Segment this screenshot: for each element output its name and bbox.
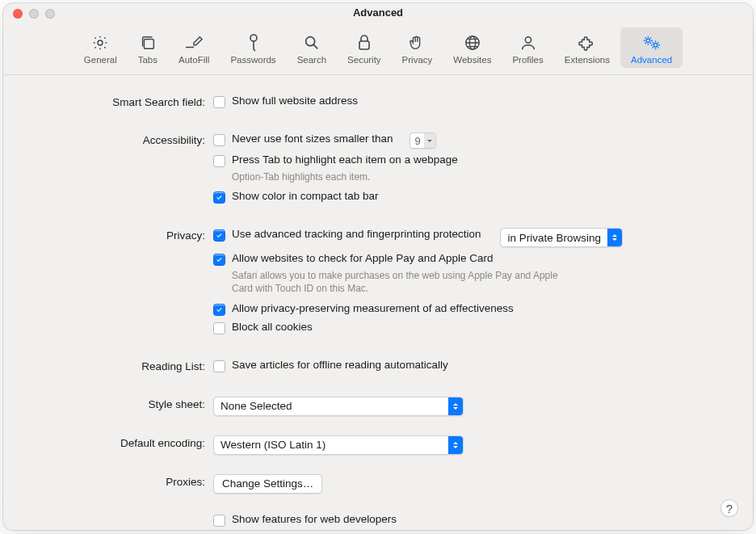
double-gear-icon	[641, 32, 662, 53]
checkbox-ad-measurement[interactable]	[213, 304, 225, 316]
svg-point-7	[525, 37, 531, 43]
checkbox-save-offline[interactable]	[213, 360, 225, 372]
tab-passwords[interactable]: Passwords	[220, 27, 286, 68]
dropdown-value: None Selected	[214, 400, 448, 412]
person-icon	[519, 32, 537, 53]
hint-text: Safari allows you to make purchases on t…	[232, 269, 571, 295]
section-label-encoding: Default encoding:	[3, 435, 213, 455]
button-label: Change Settings…	[222, 477, 313, 490]
tab-advanced[interactable]: Advanced	[620, 27, 682, 68]
section-label-stylesheet: Style sheet:	[3, 397, 213, 416]
tab-label: Websites	[453, 55, 491, 65]
svg-point-8	[646, 39, 650, 43]
tab-autofill[interactable]: AutoFill	[168, 27, 220, 68]
svg-point-3	[306, 37, 315, 46]
tab-label: Security	[347, 55, 381, 65]
svg-point-9	[653, 43, 657, 47]
option-label: Never use font sizes smaller than	[232, 132, 393, 145]
tab-label: General	[84, 55, 117, 65]
checkbox-press-tab[interactable]	[213, 155, 225, 167]
chevron-down-icon	[424, 133, 435, 148]
option-label: Press Tab to highlight each item on a we…	[232, 153, 458, 166]
section-label-reading-list: Reading List:	[3, 359, 213, 377]
checkbox-apple-pay[interactable]	[213, 254, 225, 266]
checkbox-block-cookies[interactable]	[213, 322, 225, 334]
tab-label: Profiles	[512, 55, 543, 65]
svg-point-2	[250, 35, 257, 41]
help-button[interactable]: ?	[720, 499, 738, 517]
tabs-icon	[139, 32, 157, 53]
pencil-line-icon	[183, 32, 204, 53]
option-label: Show features for web developers	[232, 513, 397, 525]
settings-content: Smart Search field: Show full website ad…	[3, 75, 753, 530]
checkbox-full-address[interactable]	[213, 96, 225, 108]
svg-point-0	[98, 40, 103, 45]
dropdown-tracking-scope[interactable]: in Private Browsing	[500, 228, 623, 247]
search-icon	[303, 32, 321, 53]
svg-rect-4	[359, 41, 369, 49]
question-icon: ?	[726, 502, 733, 515]
section-label-smart-search: Smart Search field:	[3, 95, 213, 113]
tab-profiles[interactable]: Profiles	[502, 27, 553, 68]
hand-icon	[408, 32, 426, 53]
dropdown-stylesheet[interactable]: None Selected	[213, 397, 464, 416]
tab-search[interactable]: Search	[287, 27, 337, 68]
checkbox-tracking-protection[interactable]	[213, 229, 225, 242]
tab-privacy[interactable]: Privacy	[392, 27, 443, 68]
tab-label: AutoFill	[178, 55, 209, 65]
dropdown-value: in Private Browsing	[501, 232, 607, 244]
tab-tabs[interactable]: Tabs	[128, 27, 168, 68]
chevrons-icon	[607, 229, 622, 246]
puzzle-icon	[578, 32, 596, 53]
gear-icon	[91, 32, 109, 53]
svg-rect-1	[144, 39, 153, 48]
option-label: Allow websites to check for Apple Pay an…	[232, 252, 493, 264]
key-icon	[246, 32, 261, 53]
option-label: Use advanced tracking and fingerprinting…	[232, 228, 481, 240]
section-label-privacy: Privacy:	[3, 228, 213, 338]
dropdown-min-font-size[interactable]: 9	[410, 132, 436, 149]
option-label: Show color in compact tab bar	[232, 190, 379, 202]
chevrons-icon	[448, 397, 463, 415]
checkbox-min-font[interactable]	[213, 134, 225, 146]
tab-extensions[interactable]: Extensions	[554, 27, 620, 68]
titlebar: Advanced	[3, 3, 753, 24]
tab-label: Extensions	[565, 55, 610, 65]
checkbox-dev-features[interactable]	[213, 515, 225, 527]
tab-label: Advanced	[631, 55, 672, 65]
preferences-window: Advanced General Tabs AutoFill Passwords…	[3, 3, 753, 530]
tab-websites[interactable]: Websites	[443, 27, 502, 68]
tab-security[interactable]: Security	[337, 27, 392, 68]
button-change-proxy-settings[interactable]: Change Settings…	[213, 474, 322, 494]
option-label: Show full website address	[232, 95, 358, 107]
tab-label: Search	[297, 55, 326, 65]
hint-text: Option-Tab highlights each item.	[232, 170, 571, 183]
dropdown-value: Western (ISO Latin 1)	[214, 439, 448, 451]
globe-icon	[464, 32, 481, 53]
option-label: Allow privacy-preserving measurement of …	[232, 302, 514, 314]
preferences-toolbar: General Tabs AutoFill Passwords Search S…	[3, 24, 753, 75]
tab-label: Passwords	[230, 55, 275, 65]
dropdown-encoding[interactable]: Western (ISO Latin 1)	[213, 435, 464, 455]
window-title: Advanced	[3, 6, 753, 19]
lock-icon	[356, 32, 372, 53]
option-label: Save articles for offline reading automa…	[232, 359, 448, 371]
option-label: Block all cookies	[232, 321, 313, 333]
section-label-proxies: Proxies:	[3, 474, 213, 494]
chevrons-icon	[448, 436, 463, 454]
tab-label: Privacy	[402, 55, 433, 65]
checkbox-compact-color[interactable]	[213, 191, 225, 204]
section-label-accessibility: Accessibility:	[3, 132, 213, 208]
dropdown-value: 9	[410, 135, 424, 147]
tab-label: Tabs	[138, 55, 158, 65]
tab-general[interactable]: General	[74, 27, 128, 68]
